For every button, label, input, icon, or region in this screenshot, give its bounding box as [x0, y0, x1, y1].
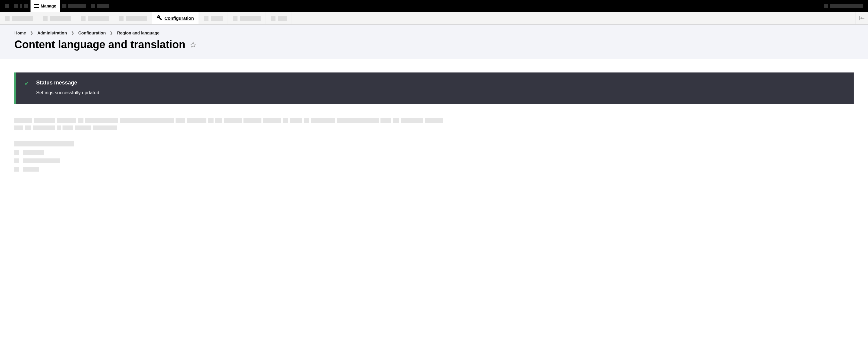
collapse-toolbar-button[interactable]: [855, 12, 868, 24]
placeholder-icon: [5, 4, 9, 8]
placeholder-text: [380, 118, 391, 123]
main-content: ✔ Status message Settings successfully u…: [0, 59, 868, 185]
placeholder-icon: [81, 16, 86, 21]
placeholder-text: [244, 118, 261, 123]
placeholder-text: [337, 118, 379, 123]
top-bar-right: [824, 0, 866, 12]
placeholder-text: [78, 118, 84, 123]
hamburger-icon: [34, 4, 39, 8]
page-title: Content language and translation ☆: [14, 38, 854, 51]
secondary-tab-6[interactable]: [199, 12, 228, 24]
placeholder-text: [187, 118, 206, 123]
top-tab-manage[interactable]: Manage: [31, 0, 60, 12]
placeholder-text: [126, 16, 147, 21]
placeholder-text: [120, 118, 174, 123]
breadcrumb-item-region-language[interactable]: Region and language: [117, 31, 159, 35]
placeholder-icon[interactable]: [824, 4, 828, 8]
placeholder-label: [23, 159, 60, 163]
placeholder-text: [393, 118, 399, 123]
secondary-tab-configuration-label: Configuration: [164, 16, 194, 21]
placeholder-text: [97, 4, 109, 8]
placeholder-text: [290, 118, 302, 123]
placeholder-icon: [204, 16, 209, 21]
secondary-tab-7[interactable]: [228, 12, 266, 24]
secondary-tab-1[interactable]: [0, 12, 38, 24]
placeholder-text: [75, 125, 91, 130]
secondary-spacer: [292, 12, 855, 24]
placeholder-text: [88, 16, 109, 21]
placeholder-row: [14, 150, 854, 155]
placeholder-icon: [5, 16, 9, 21]
breadcrumb-item-configuration[interactable]: Configuration: [79, 31, 106, 35]
placeholder-heading: [14, 141, 74, 146]
secondary-tab-8[interactable]: [266, 12, 292, 24]
placeholder-text: [176, 118, 185, 123]
placeholder-text: [34, 118, 55, 123]
top-tab-manage-label: Manage: [41, 4, 56, 8]
placeholder-checkbox[interactable]: [14, 150, 19, 155]
placeholder-text: [211, 16, 223, 21]
placeholder-text: [93, 125, 117, 130]
placeholder-text: [57, 118, 76, 123]
status-text: Settings successfully updated.: [36, 90, 845, 95]
content-placeholder-paragraph: [14, 118, 854, 123]
chevron-right-icon: ❯: [71, 31, 74, 35]
placeholder-text: [278, 16, 287, 21]
placeholder-text: [14, 118, 32, 123]
chevron-right-icon: ❯: [110, 31, 113, 35]
placeholder-icon: [14, 4, 18, 8]
placeholder-label: [23, 167, 39, 172]
placeholder-text: [208, 118, 214, 123]
placeholder-icon: [233, 16, 238, 21]
placeholder-text: [263, 118, 281, 123]
top-group-1[interactable]: [2, 4, 11, 8]
top-group-4[interactable]: [89, 4, 111, 8]
placeholder-text: [283, 118, 288, 123]
chevron-right-icon: ❯: [30, 31, 33, 35]
status-heading: Status message: [36, 80, 845, 86]
secondary-tab-4[interactable]: [114, 12, 152, 24]
placeholder-text: [33, 125, 55, 130]
placeholder-row: [14, 167, 854, 172]
secondary-tab-3[interactable]: [76, 12, 114, 24]
page-header: Home ❯ Administration ❯ Configuration ❯ …: [0, 25, 868, 59]
top-admin-bar: Manage: [0, 0, 868, 12]
placeholder-text: [425, 118, 443, 123]
placeholder-text: [311, 118, 335, 123]
placeholder-label: [23, 150, 44, 155]
top-bar-left: Manage: [2, 0, 111, 12]
placeholder-text: [57, 125, 61, 130]
page-title-text: Content language and translation: [14, 38, 185, 51]
placeholder-text: [401, 118, 423, 123]
placeholder-text: [85, 118, 118, 123]
placeholder-text: [63, 125, 73, 130]
placeholder-text: [25, 125, 31, 130]
collapse-icon: [859, 16, 864, 20]
top-group-3[interactable]: [60, 4, 89, 8]
placeholder-text: [14, 125, 23, 130]
secondary-tab-2[interactable]: [38, 12, 76, 24]
placeholder-text: [215, 118, 222, 123]
placeholder-text: [304, 118, 309, 123]
status-message: ✔ Status message Settings successfully u…: [14, 73, 854, 104]
placeholder-checkbox[interactable]: [14, 159, 19, 163]
top-group-2[interactable]: [11, 4, 31, 8]
star-icon[interactable]: ☆: [190, 40, 196, 50]
placeholder-checkbox[interactable]: [14, 167, 19, 172]
placeholder-icon: [24, 4, 28, 8]
placeholder-text[interactable]: [830, 4, 863, 8]
checkmark-icon: ✔: [25, 80, 29, 95]
placeholder-text: [68, 4, 86, 8]
breadcrumb: Home ❯ Administration ❯ Configuration ❯ …: [14, 31, 854, 35]
placeholder-text: [12, 16, 33, 21]
placeholder-list: [14, 141, 854, 172]
secondary-admin-bar: Configuration: [0, 12, 868, 25]
secondary-tab-configuration[interactable]: Configuration: [152, 12, 199, 24]
placeholder-icon: [119, 16, 124, 21]
breadcrumb-item-administration[interactable]: Administration: [37, 31, 67, 35]
breadcrumb-item-home[interactable]: Home: [14, 31, 26, 35]
placeholder-text: [224, 118, 242, 123]
placeholder-icon: [62, 4, 66, 8]
placeholder-icon: [20, 4, 22, 8]
content-placeholder-paragraph-2: [14, 125, 854, 130]
